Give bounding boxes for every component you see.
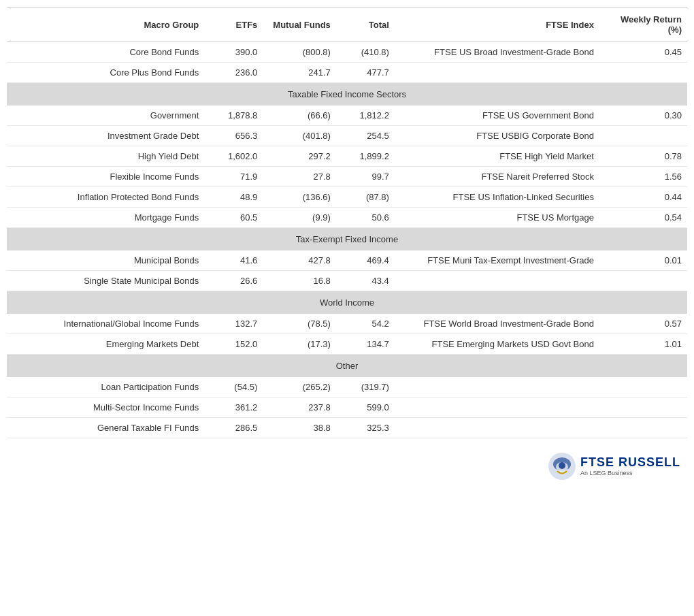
cell-total: (319.7) <box>336 377 395 398</box>
cell-ftse <box>395 63 599 83</box>
table-row: Investment Grade Debt656.3(401.8)254.5FT… <box>7 126 687 146</box>
ftse-logo-text: FTSE RUSSELL An LSEG Business <box>580 455 680 477</box>
table-row: Emerging Markets Debt152.0(17.3)134.7FTS… <box>7 334 687 355</box>
section-header-row: Taxable Fixed Income Sectors <box>7 83 687 106</box>
cell-weekly: 1.56 <box>599 167 687 187</box>
cell-macro: Municipal Bonds <box>7 250 204 271</box>
cell-macro: Inflation Protected Bond Funds <box>7 187 204 208</box>
table-row: Mortgage Funds60.5(9.9)50.6FTSE US Mortg… <box>7 208 687 228</box>
footer: FTSE RUSSELL An LSEG Business <box>7 438 687 487</box>
cell-mutual: (9.9) <box>263 208 336 228</box>
cell-ftse <box>395 398 599 418</box>
cell-ftse: FTSE High Yield Market <box>395 146 599 167</box>
cell-total: 99.7 <box>336 167 395 187</box>
cell-mutual: (78.5) <box>263 314 336 334</box>
cell-macro: Single State Municipal Bonds <box>7 271 204 291</box>
cell-etf: 1,878.8 <box>204 106 263 126</box>
cell-mutual: (136.6) <box>263 187 336 208</box>
cell-etf: 41.6 <box>204 250 263 271</box>
cell-macro: Government <box>7 106 204 126</box>
cell-weekly: 1.01 <box>599 334 687 355</box>
section-header-row: Tax-Exempt Fixed Income <box>7 228 687 251</box>
cell-ftse: FTSE US Mortgage <box>395 208 599 228</box>
cell-total: 254.5 <box>336 126 395 146</box>
cell-weekly: 0.44 <box>599 187 687 208</box>
cell-ftse: FTSE Emerging Markets USD Govt Bond <box>395 334 599 355</box>
cell-etf: 1,602.0 <box>204 146 263 167</box>
cell-total: 325.3 <box>336 418 395 438</box>
header-mutual-funds: Mutual Funds <box>263 7 336 42</box>
table-row: Loan Participation Funds(54.5)(265.2)(31… <box>7 377 687 398</box>
cell-weekly: 0.78 <box>599 146 687 167</box>
cell-macro: Multi-Sector Income Funds <box>7 398 204 418</box>
ftse-russell-logo: FTSE RUSSELL An LSEG Business <box>548 452 680 481</box>
cell-etf: 286.5 <box>204 418 263 438</box>
ftse-tagline: An LSEG Business <box>580 470 680 477</box>
cell-ftse <box>395 418 599 438</box>
ftse-logo-icon <box>548 452 576 481</box>
ftse-brand-name: FTSE RUSSELL <box>580 455 680 470</box>
cell-etf: 60.5 <box>204 208 263 228</box>
cell-ftse: FTSE Nareit Preferred Stock <box>395 167 599 187</box>
table-row: Core Bond Funds390.0(800.8)(410.8)FTSE U… <box>7 42 687 63</box>
cell-macro: Emerging Markets Debt <box>7 334 204 355</box>
cell-macro: Core Plus Bond Funds <box>7 63 204 83</box>
cell-ftse <box>395 377 599 398</box>
cell-weekly <box>599 63 687 83</box>
section-header-row: World Income <box>7 291 687 314</box>
cell-mutual: 16.8 <box>263 271 336 291</box>
cell-weekly <box>599 271 687 291</box>
cell-macro: General Taxable FI Funds <box>7 418 204 438</box>
cell-mutual: (66.6) <box>263 106 336 126</box>
table-row: Inflation Protected Bond Funds48.9(136.6… <box>7 187 687 208</box>
cell-etf: 390.0 <box>204 42 263 63</box>
section-header-row: Other <box>7 355 687 378</box>
header-etfs: ETFs <box>204 7 263 42</box>
main-container: Macro Group ETFs Mutual Funds Total FTSE… <box>0 0 694 501</box>
cell-etf: (54.5) <box>204 377 263 398</box>
cell-mutual: (265.2) <box>263 377 336 398</box>
table-row: International/Global Income Funds132.7(7… <box>7 314 687 334</box>
cell-etf: 236.0 <box>204 63 263 83</box>
section-label: World Income <box>7 291 687 314</box>
cell-weekly: 0.57 <box>599 314 687 334</box>
cell-weekly: 0.01 <box>599 250 687 271</box>
cell-total: 599.0 <box>336 398 395 418</box>
cell-total: 54.2 <box>336 314 395 334</box>
cell-mutual: (800.8) <box>263 42 336 63</box>
cell-ftse <box>395 271 599 291</box>
cell-mutual: (401.8) <box>263 126 336 146</box>
cell-total: (87.8) <box>336 187 395 208</box>
cell-etf: 152.0 <box>204 334 263 355</box>
cell-weekly <box>599 377 687 398</box>
table-row: Multi-Sector Income Funds361.2237.8599.0 <box>7 398 687 418</box>
cell-mutual: (17.3) <box>263 334 336 355</box>
table-row: Flexible Income Funds71.927.899.7FTSE Na… <box>7 167 687 187</box>
cell-total: 477.7 <box>336 63 395 83</box>
cell-mutual: 427.8 <box>263 250 336 271</box>
header-macro-group: Macro Group <box>7 7 204 42</box>
cell-ftse: FTSE US Inflation-Linked Securities <box>395 187 599 208</box>
cell-macro: Mortgage Funds <box>7 208 204 228</box>
cell-weekly: 0.45 <box>599 42 687 63</box>
cell-weekly <box>599 418 687 438</box>
section-label: Taxable Fixed Income Sectors <box>7 83 687 106</box>
section-label: Other <box>7 355 687 378</box>
cell-total: 43.4 <box>336 271 395 291</box>
cell-macro: International/Global Income Funds <box>7 314 204 334</box>
cell-etf: 48.9 <box>204 187 263 208</box>
cell-macro: Flexible Income Funds <box>7 167 204 187</box>
cell-macro: High Yield Debt <box>7 146 204 167</box>
header-total: Total <box>336 7 395 42</box>
cell-weekly <box>599 398 687 418</box>
data-table: Macro Group ETFs Mutual Funds Total FTSE… <box>7 7 687 438</box>
section-label: Tax-Exempt Fixed Income <box>7 228 687 251</box>
cell-weekly: 0.30 <box>599 106 687 126</box>
svg-point-3 <box>559 462 565 469</box>
table-row: Government1,878.8(66.6)1,812.2FTSE US Go… <box>7 106 687 126</box>
cell-etf: 656.3 <box>204 126 263 146</box>
cell-weekly: 0.54 <box>599 208 687 228</box>
cell-mutual: 237.8 <box>263 398 336 418</box>
cell-total: 1,812.2 <box>336 106 395 126</box>
cell-macro: Core Bond Funds <box>7 42 204 63</box>
